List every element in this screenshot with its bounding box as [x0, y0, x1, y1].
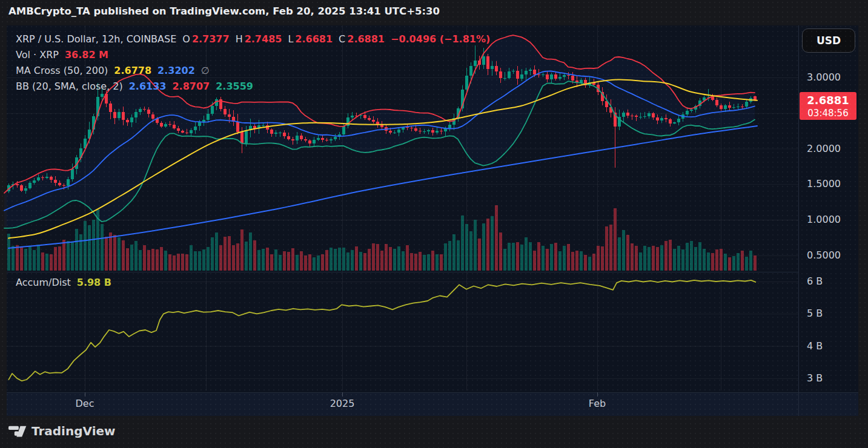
ohlc-value: 2.7377 [192, 33, 230, 45]
volume-label: Vol · XRP [16, 49, 59, 61]
ohlc-value: 2.6681 [295, 33, 333, 45]
accdist-value: 5.98 B [77, 277, 111, 288]
ohlc-letter: O [182, 33, 190, 45]
time-axis-label: Feb [573, 398, 621, 409]
accdist-axis-label: 4 B [807, 340, 823, 352]
volume-legend-row[interactable]: Vol · XRP36.82 M [16, 49, 108, 61]
bb-label: BB (20, SMA, close, 2) [16, 81, 123, 92]
ohlc-letter: C [339, 33, 345, 45]
price-axis-label: 3.0000 [807, 71, 841, 84]
symbol-legend-row[interactable]: XRP / U.S. Dollar, 12h, COINBASEO2.7377H… [16, 33, 490, 45]
ma-value: 2.6778 [114, 65, 151, 76]
footer: TradingView [0, 416, 868, 448]
bb-values: 2.61332.87072.3559 [123, 81, 253, 92]
ohlc-letter: L [288, 33, 293, 45]
countdown-timer: 03:48:56 [800, 108, 856, 119]
attribution-text: AMBCrypto_TA published on TradingView.co… [8, 5, 440, 17]
price-change: −0.0496 (−1.81%) [391, 33, 490, 45]
ma-cross-label: MA Cross (50, 200) [16, 65, 108, 76]
ma-value: 2.3202 [157, 65, 195, 76]
accdist-axis-label: 3 B [807, 372, 823, 384]
ohlc-value: 2.7485 [245, 33, 282, 45]
tradingview-logo-icon[interactable] [8, 424, 28, 440]
attribution-bar: AMBCrypto_TA published on TradingView.co… [0, 0, 868, 23]
symbol-title: XRP / U.S. Dollar, 12h, COINBASE [16, 33, 176, 45]
price-axis-label: 1.0000 [807, 214, 841, 226]
brand-name[interactable]: TradingView [31, 424, 116, 438]
bb-legend-row[interactable]: BB (20, SMA, close, 2)2.61332.87072.3559 [16, 81, 253, 93]
accdist-axis-label: 6 B [807, 275, 823, 288]
bb-value: 2.6133 [129, 81, 167, 92]
ohlc-value: 2.6881 [347, 33, 385, 45]
last-price: 2.6881 [800, 93, 856, 108]
price-badge[interactable]: 2.6881 03:48:56 [800, 92, 856, 120]
volume-value: 36.82 M [65, 49, 108, 61]
ohlc-values: O2.7377H2.7485L2.6681C2.6881 [176, 33, 385, 45]
ma-cross-values: 2.67782.3202 [108, 65, 195, 76]
price-axis-label: 0.5000 [807, 249, 841, 262]
price-axis-label: 2.0000 [807, 143, 841, 155]
ohlc-letter: H [236, 33, 243, 45]
accdist-axis-label: 5 B [807, 308, 823, 320]
accdist-label: Accum/Dist [16, 277, 71, 288]
price-axis-label: 1.5000 [807, 178, 841, 190]
bb-value: 2.3559 [216, 81, 253, 92]
ma-cross-legend-row[interactable]: MA Cross (50, 200)2.67782.3202∅ [16, 65, 210, 77]
ma-cross-empty-icon: ∅ [201, 65, 210, 76]
time-axis-label: Dec [61, 398, 109, 409]
time-axis-label: 2025 [318, 398, 366, 409]
accdist-legend-row[interactable]: Accum/Dist5.98 B [16, 277, 111, 289]
currency-toggle-button[interactable]: USD [802, 28, 855, 53]
bb-value: 2.8707 [172, 81, 210, 92]
